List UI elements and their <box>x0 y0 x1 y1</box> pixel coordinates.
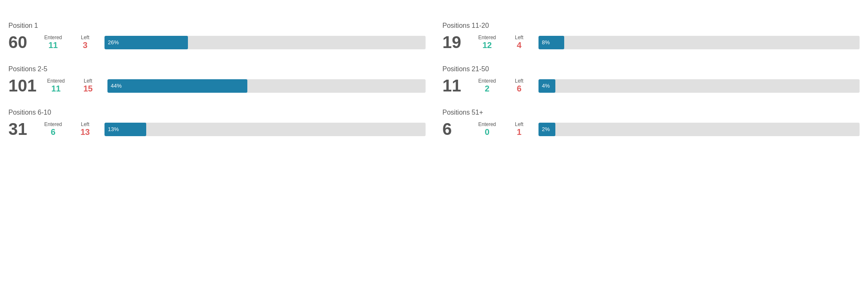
bar-fill-pos1: 26% <box>104 36 188 49</box>
entered-label-pos2-5: Entered <box>47 78 65 84</box>
main-count-pos6-10: 31 <box>8 120 34 139</box>
left-label-pos2-5: Left <box>84 78 92 84</box>
main-count-pos21-50: 11 <box>442 76 468 95</box>
bar-container-pos6-10: 13% <box>104 123 426 136</box>
left-value-pos6-10: 13 <box>80 127 90 137</box>
bar-fill-pos21-50: 4% <box>538 79 555 93</box>
entered-value-pos6-10: 6 <box>51 127 55 137</box>
left-value-pos51plus: 1 <box>517 127 521 137</box>
section-label-pos1: Position 1 <box>8 22 426 30</box>
bar-fill-pos11-20: 8% <box>538 36 564 49</box>
distribution-grid: Position 1 60 Entered 11 Left 3 26% <box>8 22 860 139</box>
section-pos2-5: Positions 2-5 101 Entered 11 Left 15 44% <box>8 65 426 95</box>
bar-container-pos11-20: 8% <box>538 36 860 49</box>
main-count-pos11-20: 19 <box>442 33 468 52</box>
entered-label-pos51plus: Entered <box>478 122 496 127</box>
bar-container-pos1: 26% <box>104 36 426 49</box>
entered-label-pos1: Entered <box>44 35 62 40</box>
bar-fill-pos51plus: 2% <box>538 123 555 136</box>
entered-value-pos51plus: 0 <box>485 127 489 137</box>
bar-fill-pos6-10: 13% <box>104 123 146 136</box>
entered-label-pos21-50: Entered <box>478 78 496 84</box>
bar-label-pos2-5: 44% <box>111 83 122 89</box>
left-value-pos21-50: 6 <box>517 84 521 93</box>
left-label-pos51plus: Left <box>515 122 523 127</box>
main-count-pos2-5: 101 <box>8 76 37 95</box>
entered-label-pos11-20: Entered <box>478 35 496 40</box>
section-pos21-50: Positions 21-50 11 Entered 2 Left 6 4% <box>442 65 860 95</box>
section-label-pos11-20: Positions 11-20 <box>442 22 860 30</box>
entered-value-pos21-50: 2 <box>485 84 489 93</box>
section-label-pos21-50: Positions 21-50 <box>442 65 860 73</box>
section-pos51plus: Positions 51+ 6 Entered 0 Left 1 2% <box>442 109 860 139</box>
entered-value-pos1: 11 <box>48 40 58 50</box>
bar-label-pos21-50: 4% <box>542 83 550 89</box>
section-pos11-20: Positions 11-20 19 Entered 12 Left 4 8% <box>442 22 860 52</box>
left-value-pos2-5: 15 <box>83 84 93 93</box>
bar-fill-pos2-5: 44% <box>107 79 247 93</box>
section-pos1: Position 1 60 Entered 11 Left 3 26% <box>8 22 426 52</box>
bar-container-pos51plus: 2% <box>538 123 860 136</box>
bar-label-pos51plus: 2% <box>542 126 550 132</box>
section-label-pos6-10: Positions 6-10 <box>8 109 426 116</box>
bar-label-pos1: 26% <box>108 39 119 46</box>
entered-label-pos6-10: Entered <box>44 122 62 127</box>
left-label-pos6-10: Left <box>81 122 89 127</box>
bar-label-pos6-10: 13% <box>108 126 119 132</box>
entered-value-pos11-20: 12 <box>482 40 492 50</box>
section-label-pos2-5: Positions 2-5 <box>8 65 426 73</box>
left-value-pos11-20: 4 <box>517 40 521 50</box>
main-count-pos51plus: 6 <box>442 120 468 139</box>
left-label-pos21-50: Left <box>515 78 523 84</box>
main-count-pos1: 60 <box>8 33 34 52</box>
left-label-pos1: Left <box>81 35 89 40</box>
left-value-pos1: 3 <box>83 40 87 50</box>
section-label-pos51plus: Positions 51+ <box>442 109 860 116</box>
section-pos6-10: Positions 6-10 31 Entered 6 Left 13 13% <box>8 109 426 139</box>
entered-value-pos2-5: 11 <box>51 84 61 93</box>
bar-container-pos21-50: 4% <box>538 79 860 93</box>
left-label-pos11-20: Left <box>515 35 523 40</box>
bar-container-pos2-5: 44% <box>107 79 426 93</box>
bar-label-pos11-20: 8% <box>542 39 550 46</box>
